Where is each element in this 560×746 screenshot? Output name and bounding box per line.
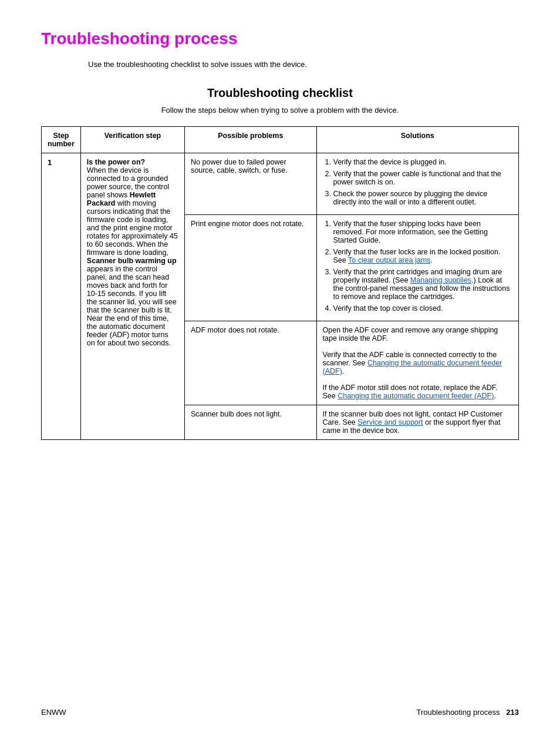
solution-item: Verify that the fuser shipping locks hav…: [333, 220, 512, 244]
verification-cell: Is the power on? When the device is conn…: [80, 153, 184, 440]
table-row: 1 Is the power on? When the device is co…: [42, 153, 519, 215]
col-header-step: Stepnumber: [42, 127, 81, 153]
verify-body: When the device is connected to a ground…: [87, 166, 178, 347]
solution-item: Verify that the top cover is closed.: [333, 304, 512, 312]
col-header-verify: Verification step: [80, 127, 184, 153]
step-number: 1: [42, 153, 81, 440]
troubleshooting-table: Stepnumber Verification step Possible pr…: [41, 126, 519, 440]
section-title: Troubleshooting checklist: [41, 86, 519, 100]
solution-item: Verify that the fuser locks are in the l…: [333, 248, 512, 264]
footer-enww: ENWW: [41, 708, 66, 717]
verify-heading: Is the power on?: [87, 158, 145, 166]
link-adf-2[interactable]: Changing the automatic document feeder (…: [338, 392, 494, 400]
footer-page-info: Troubleshooting process 213: [417, 708, 519, 717]
page-footer: ENWW Troubleshooting process 213: [41, 708, 519, 717]
solution-item: Verify that the device is plugged in.: [333, 158, 512, 166]
link-managing-supplies[interactable]: Managing supplies: [410, 276, 471, 284]
solution-text: If the ADF motor still does not rotate, …: [323, 384, 512, 400]
solution-item: Check the power source by plugging the d…: [333, 190, 512, 206]
footer-page-number: 213: [506, 708, 519, 717]
solutions-cell-4: If the scanner bulb does not light, cont…: [316, 405, 518, 440]
footer-section-label: Troubleshooting process: [417, 708, 500, 717]
solution-text: Verify that the ADF cable is connected c…: [323, 351, 512, 375]
link-service-support[interactable]: Service and support: [357, 418, 423, 426]
problem-cell-1: No power due to failed power source, cab…: [185, 153, 316, 215]
section-subtitle: Follow the steps below when trying to so…: [41, 106, 519, 115]
solution-text: Open the ADF cover and remove any orange…: [323, 326, 512, 342]
solutions-cell-2: Verify that the fuser shipping locks hav…: [316, 215, 518, 321]
solutions-cell-3: Open the ADF cover and remove any orange…: [316, 321, 518, 405]
problem-cell-2: Print engine motor does not rotate.: [185, 215, 316, 321]
page-title: Troubleshooting process: [41, 29, 519, 48]
problem-cell-4: Scanner bulb does not light.: [185, 405, 316, 440]
solution-item: Verify that the power cable is functiona…: [333, 170, 512, 186]
link-adf-1[interactable]: Changing the automatic document feeder (…: [323, 359, 502, 375]
solution-text: If the scanner bulb does not light, cont…: [323, 410, 512, 435]
col-header-solutions: Solutions: [316, 127, 518, 153]
col-header-problems: Possible problems: [185, 127, 316, 153]
problem-cell-3: ADF motor does not rotate.: [185, 321, 316, 405]
intro-text: Use the troubleshooting checklist to sol…: [88, 60, 519, 69]
link-clear-output[interactable]: To clear output area jams: [348, 256, 430, 264]
solutions-cell-1: Verify that the device is plugged in. Ve…: [316, 153, 518, 215]
solution-item: Verify that the print cartridges and ima…: [333, 268, 512, 301]
